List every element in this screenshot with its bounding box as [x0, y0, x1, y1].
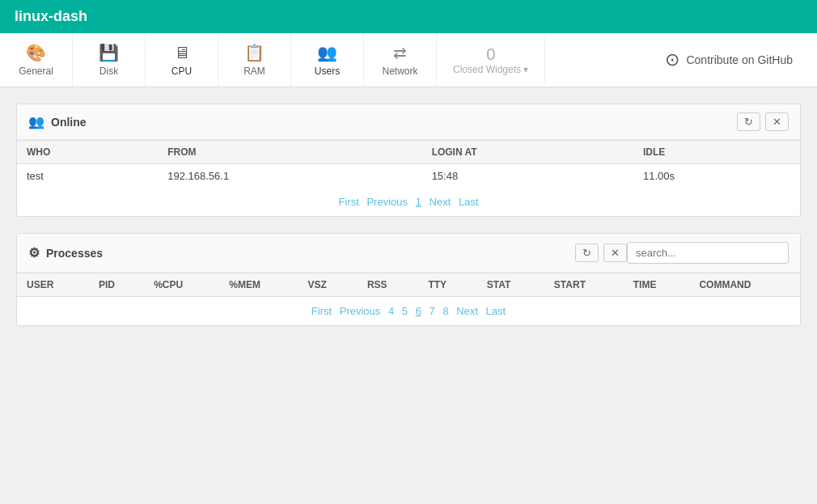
app-header: linux-dash	[0, 0, 817, 33]
users-icon: 👥	[317, 43, 337, 62]
processes-col-pctcpu: %CPU	[144, 273, 219, 297]
processes-table: USERPID%CPU%MEMVSZRSSTTYSTATSTARTTIMECOM…	[17, 273, 800, 297]
processes-pagination: First Previous 4 5 6 7 8 Next Last	[17, 297, 800, 325]
online-col-from: FROM	[158, 141, 421, 164]
cpu-icon: 🖥	[174, 44, 190, 62]
nav-item-network[interactable]: ⇄ Network	[364, 33, 437, 87]
nav-label-network: Network	[382, 66, 417, 77]
online-widget: 👥 Online ↻ ✕ WHO FROM LOGIN AT IDLE test…	[16, 104, 801, 217]
nav-item-cpu[interactable]: 🖥 CPU	[146, 34, 218, 87]
nav-bar: 🎨 General 💾 Disk 🖥 CPU 📋 RAM 👥 Users ⇄ N…	[0, 33, 817, 87]
table-row: test 192.168.56.1 15:48 11.00s	[17, 164, 800, 188]
online-pagination: First Previous 1 Next Last	[17, 188, 800, 216]
online-page-current: 1	[416, 196, 421, 208]
processes-col-rss: RSS	[358, 273, 419, 297]
nav-item-disk[interactable]: 💾 Disk	[73, 33, 146, 87]
processes-page-4[interactable]: 4	[388, 305, 394, 317]
processes-page-7[interactable]: 7	[430, 305, 435, 317]
nav-label-users: Users	[315, 66, 340, 77]
processes-col-tty: TTY	[418, 273, 476, 297]
online-close-button[interactable]: ✕	[765, 112, 789, 131]
online-page-next[interactable]: Next	[430, 196, 451, 208]
processes-search-input[interactable]	[627, 242, 789, 264]
processes-refresh-button[interactable]: ↻	[575, 244, 599, 262]
nav-github[interactable]: ⊙ Contribute on GitHub	[641, 40, 817, 80]
processes-col-start: START	[544, 273, 624, 297]
main-content: 👥 Online ↻ ✕ WHO FROM LOGIN AT IDLE test…	[0, 87, 817, 358]
online-refresh-button[interactable]: ↻	[737, 112, 760, 131]
online-page-last[interactable]: Last	[459, 196, 479, 208]
nav-label-disk: Disk	[99, 66, 118, 77]
nav-label-general: General	[19, 66, 53, 77]
online-page-previous[interactable]: Previous	[366, 196, 408, 208]
processes-page-first[interactable]: First	[311, 305, 332, 317]
network-icon: ⇄	[393, 43, 407, 62]
processes-col-time: TIME	[624, 273, 690, 297]
nav-label-cpu: CPU	[171, 66, 192, 77]
online-page-first[interactable]: First	[339, 196, 359, 208]
processes-widget-header: ⚙ Processes ↻ ✕	[17, 234, 800, 273]
processes-page-last[interactable]: Last	[486, 305, 506, 317]
processes-page-current: 6	[416, 305, 421, 317]
nav-closed-widgets[interactable]: 0 Closed Widgets ▾	[437, 36, 545, 85]
nav-item-general[interactable]: 🎨 General	[0, 33, 73, 87]
closed-widgets-count: 0	[486, 45, 495, 64]
processes-col-pid: PID	[89, 273, 144, 297]
nav-label-ram: RAM	[243, 66, 265, 77]
general-icon: 🎨	[26, 43, 46, 62]
processes-page-5[interactable]: 5	[402, 305, 408, 317]
online-col-idle: IDLE	[633, 141, 800, 164]
online-widget-header: 👥 Online ↻ ✕	[17, 104, 800, 140]
online-col-login: LOGIN AT	[422, 141, 633, 164]
processes-page-8[interactable]: 8	[442, 305, 448, 317]
processes-close-button[interactable]: ✕	[603, 244, 627, 262]
processes-page-next[interactable]: Next	[456, 305, 478, 317]
processes-col-vsz: VSZ	[298, 273, 357, 297]
ram-icon: 📋	[244, 43, 265, 62]
processes-page-previous[interactable]: Previous	[340, 305, 381, 317]
processes-widget-title: ⚙ Processes	[28, 245, 570, 260]
processes-col-stat: STAT	[477, 273, 544, 297]
online-widget-title: 👥 Online	[28, 114, 732, 129]
online-col-who: WHO	[17, 141, 158, 164]
processes-widget: ⚙ Processes ↻ ✕ USERPID%CPU%MEMVSZRSSTTY…	[16, 233, 801, 326]
nav-item-users[interactable]: 👥 Users	[291, 33, 364, 87]
processes-title-icon: ⚙	[28, 245, 40, 260]
processes-col-user: USER	[17, 273, 89, 297]
online-table: WHO FROM LOGIN AT IDLE test 192.168.56.1…	[17, 140, 800, 188]
github-icon: ⊙	[665, 49, 679, 70]
nav-item-ram[interactable]: 📋 RAM	[218, 33, 291, 87]
online-title-icon: 👥	[28, 114, 44, 129]
closed-widgets-label: Closed Widgets ▾	[453, 64, 528, 75]
processes-col-command: COMMAND	[689, 273, 800, 297]
disk-icon: 💾	[99, 43, 119, 62]
app-title: linux-dash	[15, 8, 87, 24]
processes-col-pctmem: %MEM	[219, 273, 298, 297]
github-label: Contribute on GitHub	[686, 53, 793, 66]
